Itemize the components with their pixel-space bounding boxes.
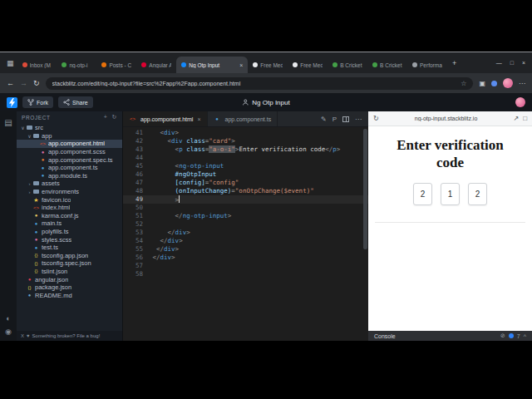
browser-tab[interactable]: B Cricket xyxy=(328,57,367,73)
browser-tab[interactable]: Angular A xyxy=(136,57,176,73)
tree-item-app-component-spec-ts[interactable]: ●app.component.spec.ts xyxy=(17,155,122,164)
editor-tab[interactable]: <>app.component.html× xyxy=(123,111,208,126)
editor-tab[interactable]: ●app.component.ts xyxy=(208,111,278,126)
tree-item-tsconfig-spec-json[interactable]: {}tsconfig.spec.json xyxy=(17,259,122,268)
code-area[interactable]: 41 <div>42 <div class="card">43 <p class… xyxy=(123,127,368,341)
console-expand-icon[interactable]: ^ xyxy=(524,333,526,339)
tree-item-app-component-scss[interactable]: ●app.component.scss xyxy=(17,148,122,156)
otp-input[interactable]: 1 xyxy=(441,183,460,205)
code-line[interactable]: 57 xyxy=(123,262,368,270)
otp-input[interactable]: 2 xyxy=(468,183,487,205)
code-line[interactable]: 41 <div> xyxy=(123,129,368,137)
new-file-icon[interactable]: + xyxy=(104,114,108,121)
editor-scrollbar[interactable] xyxy=(363,129,367,249)
preview-refresh-icon[interactable]: ↻ xyxy=(373,115,379,122)
code-line[interactable]: 54 </div> xyxy=(123,237,368,245)
prettier-icon[interactable]: P xyxy=(332,116,337,123)
tree-item-index-html[interactable]: <>index.html xyxy=(17,204,122,212)
library-icon[interactable]: ▤ xyxy=(4,118,12,127)
browser-profile-avatar[interactable] xyxy=(503,78,513,88)
tree-item-tslint-json[interactable]: {}tslint.json xyxy=(17,268,122,276)
browser-tab[interactable]: B Cricket xyxy=(367,57,407,73)
code-line[interactable]: 48 (onInputChange)="onOtpChange($event)" xyxy=(123,187,368,195)
tab-title: B Cricket xyxy=(340,62,362,68)
browser-tab[interactable]: Inbox (M xyxy=(17,57,57,73)
code-line[interactable]: 46 #ngOtpInput xyxy=(123,170,368,179)
share-button[interactable]: Share xyxy=(58,96,93,108)
console-bar[interactable]: Console ⊘ 7 ^ xyxy=(368,331,532,341)
code-line[interactable]: 51 </ng-otp-input> xyxy=(123,212,368,220)
code-line[interactable]: 50 xyxy=(123,204,368,212)
preview-url[interactable]: ng-otp-input.stackblitz.io xyxy=(383,116,510,121)
code-line[interactable]: 43 <p class="a-o-i">Enter verification c… xyxy=(123,145,368,154)
tree-item-src[interactable]: ∨src xyxy=(17,124,122,132)
browser-tab[interactable]: Posts - Cr xyxy=(96,57,136,73)
tree-item-package-json[interactable]: {}package.json xyxy=(17,283,122,292)
new-tab-button[interactable]: + xyxy=(452,59,456,67)
stackblitz-logo-icon[interactable] xyxy=(7,97,17,108)
edit-pencil-icon[interactable]: ✎ xyxy=(321,116,327,123)
fork-icon xyxy=(27,99,34,106)
file-name: app.component.scss xyxy=(48,148,106,155)
code-line[interactable]: 55 </div> xyxy=(123,245,368,254)
stackblitz-avatar[interactable] xyxy=(515,97,525,107)
browser-tab[interactable]: Free Medi xyxy=(248,57,288,73)
tree-item-environments[interactable]: ›environments xyxy=(17,188,122,196)
minimize-button[interactable]: — xyxy=(496,60,502,66)
code-line[interactable]: 52 xyxy=(123,220,368,229)
browser-tab[interactable]: Free Medi xyxy=(288,57,328,73)
browser-tab[interactable]: ng-otp-i xyxy=(57,57,96,73)
extension-icon[interactable] xyxy=(491,81,497,86)
tree-item-app-module-ts[interactable]: ●app.module.ts xyxy=(17,172,122,180)
status-circle-icon[interactable]: ◉ xyxy=(5,328,12,336)
editor-tab-close-icon[interactable]: × xyxy=(197,116,200,122)
code-line[interactable]: 53 </div> xyxy=(123,229,368,237)
tree-item-tsconfig-app-json[interactable]: {}tsconfig.app.json xyxy=(17,252,122,260)
tree-item-favicon-ico[interactable]: ★favicon.ico xyxy=(17,195,122,204)
tree-item-styles-scss[interactable]: ●styles.scss xyxy=(17,235,122,244)
code-line[interactable]: 56 </div> xyxy=(123,254,368,262)
split-editor-icon[interactable] xyxy=(342,116,349,122)
contrast-theme-icon[interactable]: ◐ xyxy=(6,314,10,323)
browser-menu-icon[interactable]: ⋯ xyxy=(519,80,525,87)
code-line[interactable]: 47 [config]="config" xyxy=(123,179,368,187)
forward-icon[interactable]: → xyxy=(20,79,27,87)
otp-input[interactable]: 2 xyxy=(413,183,432,205)
tab-close-icon[interactable]: × xyxy=(239,62,243,68)
line-number: 50 xyxy=(123,204,149,212)
maximize-button[interactable]: □ xyxy=(510,60,514,66)
tree-item-polyfills-ts[interactable]: ●polyfills.ts xyxy=(17,228,122,236)
tab-actions-icon[interactable]: ▦ xyxy=(7,59,14,67)
editor-more-icon[interactable]: ⋯ xyxy=(355,116,362,123)
clear-console-icon[interactable]: ⊘ xyxy=(500,332,505,339)
close-window-button[interactable]: × xyxy=(522,60,525,66)
code-line[interactable]: 58 xyxy=(123,270,368,278)
back-icon[interactable]: ← xyxy=(7,79,14,87)
tree-item-karma-conf-js[interactable]: ●karma.conf.js xyxy=(17,212,122,220)
tree-item-assets[interactable]: ›assets xyxy=(17,180,122,188)
heart-icon[interactable]: ♥ xyxy=(27,333,30,338)
bookmark-star-icon[interactable]: ☆ xyxy=(461,80,466,87)
code-line[interactable]: 45 <ng-otp-input xyxy=(123,162,368,170)
tree-item-app[interactable]: ∨app xyxy=(17,132,122,140)
tree-item-main-ts[interactable]: ●main.ts xyxy=(17,219,122,228)
code-line[interactable]: 44 xyxy=(123,154,368,162)
new-window-icon[interactable]: □ xyxy=(523,115,527,122)
code-line[interactable]: 49 > xyxy=(123,195,368,204)
tree-item-app-component-ts[interactable]: ●app.component.ts xyxy=(17,164,122,172)
address-bar[interactable]: stackblitz.com/edit/ng-otp-input?file=sr… xyxy=(46,77,474,90)
open-external-icon[interactable]: ↗ xyxy=(513,115,519,122)
file-a-bug-link[interactable]: Something broken? File a bug! xyxy=(32,333,101,338)
extensions-icon[interactable]: ▣ xyxy=(479,80,485,87)
tree-item-readme-md[interactable]: ●README.md xyxy=(17,291,122,299)
twitter-x-icon[interactable]: X xyxy=(21,333,24,338)
tree-item-test-ts[interactable]: ●test.ts xyxy=(17,244,122,252)
tree-item-app-component-html[interactable]: <>app.component.html xyxy=(17,140,122,148)
tree-item-angular-json[interactable]: ●angular.json xyxy=(17,275,122,283)
fork-button[interactable]: Fork xyxy=(22,96,53,108)
refresh-tree-icon[interactable]: ↻ xyxy=(112,114,117,121)
code-line[interactable]: 42 <div class="card"> xyxy=(123,137,368,145)
browser-tab[interactable]: Ng Otp Input× xyxy=(176,57,248,73)
browser-tab[interactable]: Performa xyxy=(407,57,447,73)
refresh-icon[interactable]: ↻ xyxy=(33,79,40,87)
